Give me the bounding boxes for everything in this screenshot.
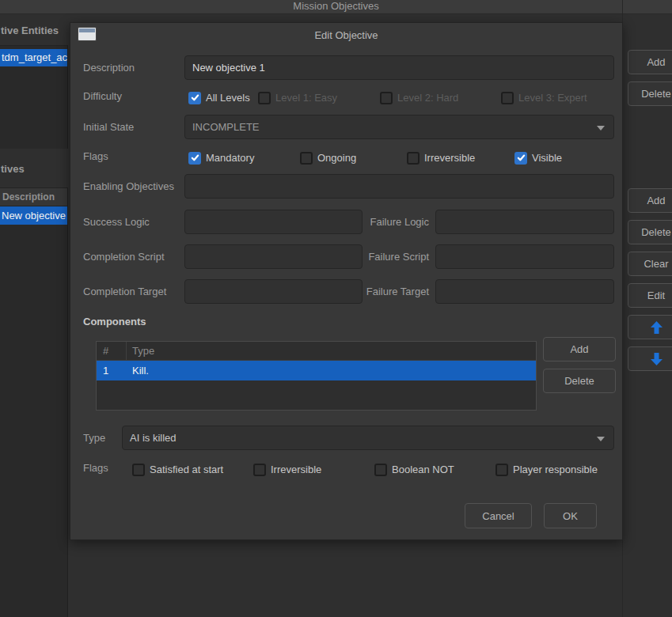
checkbox-box <box>501 92 514 104</box>
failure-script-input[interactable] <box>435 244 614 269</box>
component-type-dropdown[interactable]: AI is killed <box>122 426 614 450</box>
success-logic-input[interactable] <box>184 210 363 234</box>
checkbox-box <box>407 152 420 165</box>
checkbox-box <box>514 152 527 165</box>
checkbox-component-irreversible[interactable]: Irreversible <box>253 463 321 476</box>
completion-script-input[interactable] <box>184 244 363 269</box>
entities-selected-row[interactable]: tdm_target_ac <box>0 49 67 66</box>
enabling-objectives-label: Enabling Objectives <box>83 180 174 192</box>
component-type: Kill. <box>127 361 536 380</box>
initial-state-dropdown[interactable]: INCOMPLETE <box>184 115 614 139</box>
dialog-title: Edit Objective <box>70 29 622 41</box>
checkbox-player-responsible[interactable]: Player responsible <box>495 463 598 476</box>
edit-objective-dialog: Edit Objective Description Difficulty Al… <box>70 22 623 540</box>
mission-objectives-window: Mission Objectives tive Entities tdm_tar… <box>0 0 672 617</box>
column-type[interactable]: Type <box>127 342 536 360</box>
objectives-column-header[interactable]: Description <box>0 188 67 206</box>
component-index: 1 <box>97 361 127 380</box>
move-up-button[interactable] <box>628 315 672 339</box>
objectives-delete-button[interactable]: Delete <box>628 220 672 244</box>
component-type-label: Type <box>83 432 105 444</box>
checkbox-box <box>253 464 266 476</box>
component-row[interactable]: 1 Kill. <box>97 361 536 380</box>
components-table-header: # Type <box>97 342 536 361</box>
cancel-button[interactable]: Cancel <box>465 503 532 528</box>
component-flags-label: Flags <box>83 462 108 474</box>
objectives-selected-row[interactable]: New objective 1 <box>0 206 67 225</box>
checkbox-box <box>188 152 201 165</box>
checkbox-ongoing[interactable]: Ongoing <box>300 151 356 165</box>
failure-logic-label: Failure Logic <box>347 216 429 228</box>
success-logic-label: Success Logic <box>83 216 150 228</box>
description-label: Description <box>83 62 135 74</box>
component-type-value: AI is killed <box>130 432 177 444</box>
objectives-panel-header: tives <box>1 163 25 175</box>
failure-target-input[interactable] <box>435 279 614 304</box>
down-arrow-icon <box>651 353 663 365</box>
checkbox-irreversible[interactable]: Irreversible <box>407 151 475 165</box>
flags-label: Flags <box>83 150 108 162</box>
checkbox-boolean-not[interactable]: Boolean NOT <box>374 463 454 476</box>
window-titlebar[interactable]: Mission Objectives <box>0 0 672 14</box>
entities-add-button[interactable]: Add <box>628 50 672 74</box>
entities-list[interactable]: tdm_target_ac <box>0 45 68 149</box>
description-input[interactable] <box>184 55 614 80</box>
checkbox-box <box>380 92 393 104</box>
entities-panel-header: tive Entities <box>1 25 59 36</box>
move-down-button[interactable] <box>628 346 672 371</box>
checkbox-visible[interactable]: Visible <box>514 151 562 165</box>
initial-state-label: Initial State <box>83 121 134 133</box>
checkbox-level-3-expert[interactable]: Level 3: Expert <box>501 91 587 104</box>
ok-button[interactable]: OK <box>544 503 597 528</box>
checkbox-box <box>374 464 387 476</box>
checkbox-box <box>258 92 271 104</box>
component-add-button[interactable]: Add <box>543 337 616 361</box>
chevron-down-icon <box>597 126 605 131</box>
components-header: Components <box>83 316 146 327</box>
completion-target-input[interactable] <box>184 279 363 304</box>
objectives-list[interactable]: Description New objective 1 <box>0 187 68 617</box>
objectives-edit-button[interactable]: Edit <box>628 283 672 308</box>
component-delete-button[interactable]: Delete <box>543 369 616 393</box>
chevron-down-icon <box>597 437 605 441</box>
window-title: Mission Objectives <box>0 0 672 12</box>
entities-delete-button[interactable]: Delete <box>628 81 672 106</box>
difficulty-label: Difficulty <box>83 90 122 102</box>
failure-target-label: Failure Target <box>347 286 429 297</box>
enabling-objectives-input[interactable] <box>184 174 614 199</box>
checkbox-box <box>188 92 201 104</box>
completion-target-label: Completion Target <box>83 286 166 297</box>
checkbox-satisfied-at-start[interactable]: Satisfied at start <box>132 463 223 476</box>
checkbox-box <box>300 152 313 165</box>
checkbox-box <box>495 464 508 476</box>
completion-script-label: Completion Script <box>83 251 165 263</box>
checkbox-mandatory[interactable]: Mandatory <box>188 151 254 165</box>
components-table[interactable]: # Type 1 Kill. <box>96 341 537 411</box>
up-arrow-icon <box>651 321 663 334</box>
initial-state-value: INCOMPLETE <box>192 121 260 133</box>
checkbox-level-1-easy[interactable]: Level 1: Easy <box>258 91 337 104</box>
checkbox-box <box>132 464 145 476</box>
failure-logic-input[interactable] <box>435 210 614 234</box>
objectives-clear-button[interactable]: Clear <box>628 252 672 276</box>
column-index[interactable]: # <box>97 342 127 360</box>
checkbox-all-levels[interactable]: All Levels <box>188 91 250 104</box>
checkbox-level-2-hard[interactable]: Level 2: Hard <box>380 91 458 104</box>
objectives-add-button[interactable]: Add <box>628 188 672 213</box>
failure-script-label: Failure Script <box>347 251 429 263</box>
